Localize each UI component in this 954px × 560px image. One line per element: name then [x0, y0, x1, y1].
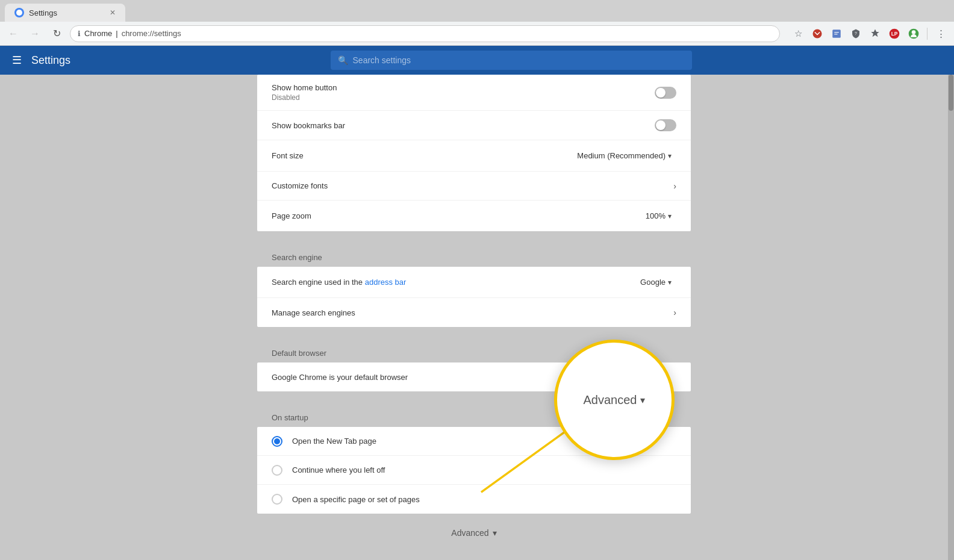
search-engine-arrow: ▾ [668, 278, 672, 287]
tab-favicon [14, 8, 24, 17]
section-gap-2 [257, 327, 691, 339]
shield-icon[interactable]: ? [847, 25, 864, 42]
search-bar[interactable]: 🔍 [331, 51, 692, 70]
svg-text:?: ? [855, 31, 857, 36]
manage-search-engines-label: Manage search engines [272, 308, 673, 317]
startup-new-tab-label: Open the New Tab page [292, 437, 676, 446]
startup-specific-radio[interactable] [272, 494, 282, 505]
default-browser-section-label: Default browser [257, 339, 691, 362]
extension-icon[interactable] [867, 25, 884, 42]
page-zoom-dropdown[interactable]: 100% ▾ [641, 209, 676, 223]
settings-area: Show home button Disabled Show b [257, 75, 691, 557]
search-input[interactable] [353, 55, 685, 65]
reload-button[interactable]: ↻ [48, 25, 65, 42]
advanced-arrow: ▾ [493, 528, 497, 538]
svg-text:LP: LP [891, 31, 898, 37]
address-chrome: Chrome [84, 29, 112, 38]
settings-page-title: Settings [31, 54, 70, 67]
search-engine-label: Search engine used in the address bar [272, 278, 635, 287]
search-wrapper: 🔍 [331, 51, 692, 70]
startup-specific-label: Open a specific page or set of pages [292, 495, 676, 504]
customize-fonts-chevron: › [673, 181, 676, 191]
svg-point-8 [912, 30, 916, 34]
hamburger-icon[interactable]: ☰ [10, 51, 24, 69]
toolbar-icons: ☆ ? LP ⋮ [790, 25, 949, 42]
radio-inner [274, 438, 280, 444]
lastpass-icon[interactable]: LP [886, 25, 903, 42]
startup-new-tab-row: Open the New Tab page [257, 427, 691, 456]
default-browser-label: Google Chrome is your default browser [272, 373, 676, 382]
show-home-button-row: Show home button Disabled [257, 75, 691, 111]
show-bookmarks-row: Show bookmarks bar [257, 111, 691, 140]
address-url: chrome://settings [122, 29, 181, 38]
lock-icon: ℹ [78, 30, 81, 38]
on-startup-section-label: On startup [257, 403, 691, 427]
show-bookmarks-label: Show bookmarks bar [272, 121, 655, 130]
svg-rect-1 [832, 30, 841, 38]
toggle-knob-2 [656, 120, 666, 130]
startup-specific-row: Open a specific page or set of pages [257, 485, 691, 514]
settings-content-wrapper: Show home button Disabled Show b [0, 75, 954, 560]
font-size-dropdown[interactable]: Medium (Recommended) ▾ [572, 149, 676, 163]
search-engine-row: Search engine used in the address bar Go… [257, 267, 691, 298]
address-bar: ← → ↻ ℹ Chrome | chrome://settings ☆ ? [0, 22, 954, 46]
page-zoom-label: Page zoom [272, 211, 641, 220]
on-startup-card: Open the New Tab page Continue where you… [257, 427, 691, 514]
font-size-label: Font size [272, 151, 572, 160]
pocket-icon[interactable] [809, 25, 826, 42]
tab-close[interactable]: ✕ [110, 8, 116, 17]
search-engine-dropdown[interactable]: Google ▾ [635, 275, 676, 289]
show-home-button-label: Show home button Disabled [272, 83, 655, 102]
toggle-knob [656, 88, 666, 98]
tab-label: Settings [29, 8, 57, 17]
show-home-button-sub: Disabled [272, 93, 655, 102]
page-zoom-row: Page zoom 100% ▾ [257, 201, 691, 231]
startup-continue-radio[interactable] [272, 465, 282, 476]
show-home-button-toggle[interactable] [655, 87, 676, 99]
scrollbar-thumb [949, 75, 953, 111]
startup-new-tab-radio[interactable] [272, 436, 282, 447]
svg-point-0 [813, 29, 822, 38]
scrollbar[interactable] [948, 75, 954, 560]
customize-fonts-label: Customize fonts [272, 181, 673, 190]
font-size-row: Font size Medium (Recommended) ▾ [257, 140, 691, 172]
appearance-card: Show home button Disabled Show b [257, 75, 691, 231]
tab-bar: Settings ✕ [0, 0, 954, 22]
settings-page: ☰ Settings 🔍 [0, 46, 954, 560]
page-zoom-dropdown-arrow: ▾ [668, 212, 672, 220]
search-engine-section-label: Search engine [257, 243, 691, 267]
address-separator: | [116, 29, 117, 38]
advanced-label: Advanced [451, 528, 488, 538]
advanced-button[interactable]: Advanced ▾ [441, 523, 506, 543]
manage-search-engines-row[interactable]: Manage search engines › [257, 298, 691, 327]
toolbar-separator [927, 28, 928, 40]
bookmark-icon[interactable]: ☆ [790, 25, 806, 42]
startup-continue-label: Continue where you left off [292, 465, 676, 474]
show-bookmarks-toggle[interactable] [655, 119, 676, 131]
search-icon: 🔍 [338, 55, 348, 65]
advanced-section: Advanced ▾ [257, 514, 691, 557]
back-button[interactable]: ← [5, 25, 22, 42]
readinglist-icon[interactable] [828, 25, 845, 42]
section-gap-1 [257, 231, 691, 243]
default-browser-card: Google Chrome is your default browser [257, 362, 691, 391]
settings-content: Show home button Disabled Show b [0, 75, 954, 560]
forward-button[interactable]: → [26, 25, 43, 42]
address-bar-link[interactable]: address bar [365, 278, 407, 287]
menu-icon[interactable]: ⋮ [932, 25, 949, 42]
default-browser-row: Google Chrome is your default browser [257, 362, 691, 391]
font-size-dropdown-arrow: ▾ [668, 152, 672, 160]
settings-header: ☰ Settings 🔍 [0, 46, 954, 75]
profile-icon[interactable] [905, 25, 922, 42]
startup-continue-row: Continue where you left off [257, 456, 691, 485]
search-engine-card: Search engine used in the address bar Go… [257, 267, 691, 327]
manage-search-engines-chevron: › [673, 308, 676, 317]
address-field[interactable]: ℹ Chrome | chrome://settings [70, 25, 780, 42]
section-gap-3 [257, 391, 691, 403]
settings-main: Show home button Disabled Show b [0, 75, 948, 560]
customize-fonts-row[interactable]: Customize fonts › [257, 172, 691, 201]
settings-tab[interactable]: Settings ✕ [5, 4, 125, 22]
